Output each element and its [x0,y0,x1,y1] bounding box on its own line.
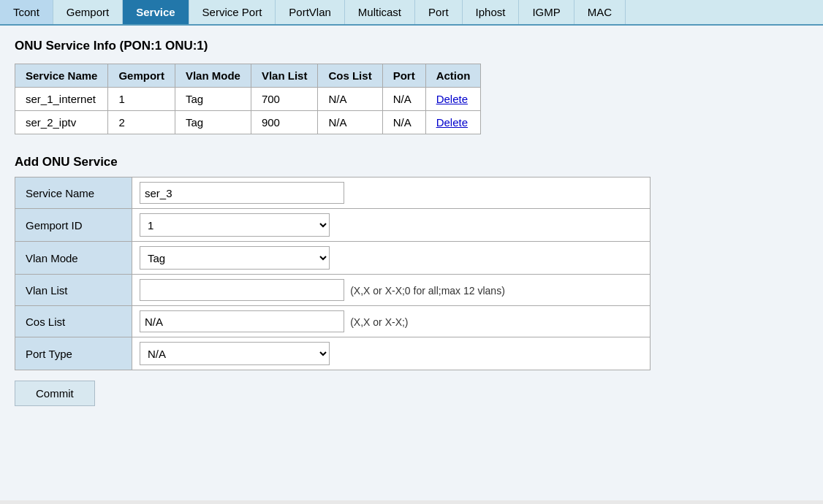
vlan-mode-select[interactable]: TagUntagTransparent [140,246,330,270]
table-header-port: Port [382,64,425,88]
service-info-table: Service NameGemportVlan ModeVlan ListCos… [15,64,481,134]
table-cell: ser_1_internet [15,88,108,111]
form-row-port-type: Port Type N/AETHIP [15,337,651,370]
cos-list-label: Cos List [15,306,132,337]
service-name-label: Service Name [15,177,132,209]
table-row: ser_2_iptv2Tag900N/AN/ADelete [15,111,481,134]
vlan-list-label: Vlan List [15,275,132,306]
cos-list-input[interactable] [140,310,344,332]
table-cell: 2 [108,111,175,134]
table-cell: 1 [108,88,175,111]
table-header-vlan-mode: Vlan Mode [175,64,251,88]
table-header-gemport: Gemport [108,64,175,88]
tab-service[interactable]: Service [123,0,189,24]
vlan-mode-label: Vlan Mode [15,242,132,275]
table-cell: ser_2_iptv [15,111,108,134]
table-header-vlan-list: Vlan List [251,64,318,88]
tab-port[interactable]: Port [415,0,463,24]
commit-button[interactable]: Commit [15,381,95,406]
tab-bar: TcontGemportServiceService PortPortVlanM… [0,0,823,26]
table-cell: Tag [175,111,251,134]
port-type-select[interactable]: N/AETHIP [140,342,330,365]
gemport-id-label: Gemport ID [15,209,132,242]
form-row-vlan-list: Vlan List (X,X or X-X;0 for all;max 12 v… [15,275,651,306]
tab-iphost[interactable]: Iphost [463,0,520,24]
service-name-input[interactable] [140,182,344,204]
add-service-form: Service Name Gemport ID 1234 Vlan Mode T… [15,177,651,370]
vlan-list-input[interactable] [140,279,344,301]
table-header-cos-list: Cos List [318,64,382,88]
port-type-label: Port Type [15,337,132,370]
table-cell: 700 [251,88,318,111]
table-cell: N/A [318,88,382,111]
tab-multicast[interactable]: Multicast [345,0,415,24]
form-row-vlan-mode: Vlan Mode TagUntagTransparent [15,242,651,275]
table-header-service-name: Service Name [15,64,108,88]
tab-igmp[interactable]: IGMP [519,0,574,24]
tab-service-port[interactable]: Service Port [189,0,276,24]
delete-link[interactable]: Delete [436,93,468,105]
section-title: ONU Service Info (PON:1 ONU:1) [15,39,808,53]
gemport-id-select[interactable]: 1234 [140,213,330,237]
table-cell: N/A [382,111,425,134]
tab-mac[interactable]: MAC [574,0,626,24]
form-row-gemport-id: Gemport ID 1234 [15,209,651,242]
table-cell: Tag [175,88,251,111]
add-section-title: Add ONU Service [15,155,808,169]
tab-portvlan[interactable]: PortVlan [276,0,345,24]
table-action-cell: Delete [425,88,481,111]
cos-list-hint: (X,X or X-X;) [350,316,408,328]
table-cell: N/A [318,111,382,134]
table-action-cell: Delete [425,111,481,134]
form-row-cos-list: Cos List (X,X or X-X;) [15,306,651,337]
vlan-list-hint: (X,X or X-X;0 for all;max 12 vlans) [350,285,505,297]
table-cell: 900 [251,111,318,134]
delete-link[interactable]: Delete [436,116,468,129]
table-row: ser_1_internet1Tag700N/AN/ADelete [15,88,481,111]
tab-gemport[interactable]: Gemport [53,0,123,24]
table-header-action: Action [425,64,481,88]
table-cell: N/A [382,88,425,111]
tab-tcont[interactable]: Tcont [0,0,53,24]
form-row-service-name: Service Name [15,177,651,209]
main-content: ONU Service Info (PON:1 ONU:1) Service N… [0,26,823,500]
